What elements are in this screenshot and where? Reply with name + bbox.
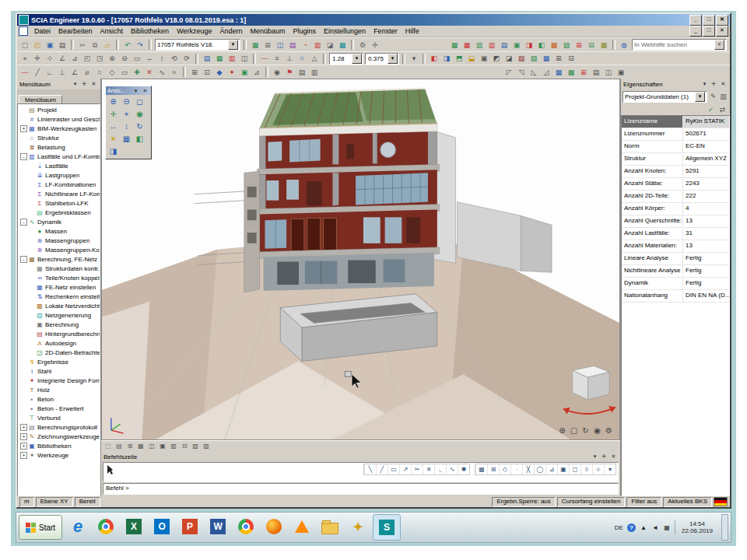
toolbar-icon[interactable]: ⊞ xyxy=(577,67,590,78)
tree-item-holz[interactable]: THolz xyxy=(18,385,100,394)
expand-plus-icon[interactable]: + xyxy=(20,452,27,459)
toolbar-icon[interactable]: ▥ xyxy=(486,40,498,51)
palette-icon[interactable]: ⊖ xyxy=(120,96,133,108)
snap-icon[interactable]: ◯ xyxy=(534,464,545,474)
panel-button[interactable]: ▾ xyxy=(71,80,79,88)
toolbar-icon[interactable]: ▭ xyxy=(118,67,131,78)
collapse-minus-icon[interactable]: - xyxy=(20,256,27,263)
toolbar-icon[interactable]: ⬓ xyxy=(465,53,478,64)
tree-item-werkzeuge[interactable]: +✦Werkzeuge xyxy=(18,450,100,460)
palette-icon[interactable]: ◉ xyxy=(133,108,146,121)
menu-item-ansicht[interactable]: Ansicht xyxy=(96,27,128,35)
toolbar-icon[interactable]: ▣ xyxy=(478,53,490,64)
toolbar-icon[interactable]: ⬒ xyxy=(453,53,465,64)
toolbar-icon[interactable]: ○ xyxy=(296,53,308,64)
mdi-control-button[interactable]: _ xyxy=(689,26,702,37)
property-grid[interactable]: LizenznameRyKin STATIKLizenznummer502671… xyxy=(621,115,730,496)
tree-item-nichtlineare-lf-komb-[interactable]: ΣNichtlineare LF-Komb... xyxy=(18,189,100,198)
palette-icon[interactable]: ◻ xyxy=(133,96,146,108)
webhelp-globe-icon[interactable]: ◍ xyxy=(618,40,630,51)
property-row[interactable]: Anzahl Körper:4 xyxy=(622,203,729,215)
snap-icon[interactable]: ▾ xyxy=(604,464,615,474)
toolbar-icon[interactable]: ▤ xyxy=(590,67,602,78)
mdi-control-button[interactable]: ✕ xyxy=(716,26,728,37)
firefox-icon[interactable] xyxy=(261,514,287,539)
toolbar-icon[interactable]: ≈ xyxy=(168,67,181,78)
window-control-button[interactable]: □ xyxy=(703,15,715,26)
view-strip-icon[interactable]: ◫ xyxy=(146,442,157,451)
panel-button[interactable]: ▾ xyxy=(700,80,709,88)
palette-icon[interactable]: ✛ xyxy=(107,108,120,121)
property-row[interactable]: LizenznameRyKin STATIK xyxy=(622,116,729,128)
toolbar-icon[interactable]: ▦ xyxy=(448,40,461,51)
toolbar-icon[interactable]: ◹ xyxy=(515,67,528,78)
expand-plus-icon[interactable]: + xyxy=(20,443,27,450)
tree-item-hintergrundberechn-[interactable]: ▤Hintergrundberechn... xyxy=(18,329,100,338)
tree-item-stahlbeton-lfk[interactable]: ΣStahlbeton-LFK xyxy=(18,198,100,208)
property-row[interactable]: NormEC-EN xyxy=(622,141,729,153)
modify-icon[interactable]: ╱ xyxy=(376,464,388,474)
menu-item-bibliotheken[interactable]: Bibliotheken xyxy=(127,27,173,35)
menu-item-bearbeiten[interactable]: Bearbeiten xyxy=(54,27,96,35)
toolbar-icon[interactable]: ▥ xyxy=(308,67,321,78)
paste-icon[interactable]: ▱ xyxy=(101,40,114,51)
spinner-icon[interactable]: ▼ xyxy=(352,54,362,64)
palette-icon[interactable]: ↕ xyxy=(120,121,133,133)
grid-icon[interactable]: ⊞ xyxy=(261,40,274,51)
view-strip-icon[interactable]: ▥ xyxy=(168,442,179,451)
scia-engineer-icon[interactable]: S xyxy=(373,514,401,541)
menu-item--ndern[interactable]: Ändern xyxy=(216,27,246,35)
scale-2-input[interactable]: 0.375▼ xyxy=(365,53,399,65)
toolbar-icon[interactable]: ◆ xyxy=(213,67,226,78)
tree-item-beton[interactable]: ▪Beton xyxy=(18,394,100,404)
toolbar-icon[interactable]: ↕ xyxy=(156,53,168,64)
snap-icon[interactable]: ◻ xyxy=(569,464,580,474)
toolbar-icon[interactable]: ⟳ xyxy=(181,53,193,64)
expand-plus-icon[interactable]: + xyxy=(20,125,27,132)
panel-button[interactable]: ▾ xyxy=(132,87,140,95)
panel-button[interactable]: ▾ xyxy=(591,453,599,460)
tree-item-ergebnisklassen[interactable]: ▤Ergebnisklassen xyxy=(18,208,100,217)
snap-icon[interactable]: ╳ xyxy=(522,464,534,474)
toolbar-icon[interactable]: ◉ xyxy=(271,67,283,78)
menu-item-einstellungen[interactable]: Einstellungen xyxy=(320,27,370,35)
panel-button[interactable]: ✛ xyxy=(600,453,608,460)
tree-item-berechnung-fe-netz[interactable]: -▦Berechnung, FE-Netz xyxy=(18,254,100,264)
toolbar-icon[interactable]: ○ xyxy=(93,67,106,78)
view-strip-icon[interactable]: ▤ xyxy=(114,442,124,451)
tree-item-fe-netz-einstellen[interactable]: ▦FE-Netz einstellen xyxy=(18,282,100,292)
view-strip-icon[interactable]: ▨ xyxy=(201,442,212,451)
panel-button[interactable]: ✛ xyxy=(80,80,89,88)
zoom-out-icon[interactable]: ⊖ xyxy=(118,53,131,64)
chrome-icon[interactable] xyxy=(233,514,259,539)
properties-action-icon[interactable]: ⇄ xyxy=(717,105,728,115)
toolbar-icon[interactable]: ▩ xyxy=(565,67,577,78)
property-row[interactable]: DynamikFertig xyxy=(622,278,729,290)
status-segment[interactable]: Aktuelles BKS xyxy=(663,497,712,507)
fit-view-icon[interactable]: ▢ xyxy=(568,425,580,436)
tree-item-berechnungsprotokoll[interactable]: +▤Berechnungsprotokoll xyxy=(18,422,100,432)
property-row[interactable]: Lizenznummer502671 xyxy=(622,128,729,141)
settings-icon[interactable]: ⚙ xyxy=(356,40,369,51)
snap-icon[interactable]: ◊ xyxy=(580,464,592,474)
view-strip-icon[interactable]: ⊟ xyxy=(179,442,190,451)
tree-item-ergebnisse[interactable]: ↯Ergebnisse xyxy=(18,357,100,366)
property-row[interactable]: Anzahl 2D-Teile:222 xyxy=(622,191,729,203)
status-segment[interactable]: Filter aus xyxy=(626,497,661,507)
modify-icon[interactable]: ◟ xyxy=(434,464,446,474)
internet-explorer-icon[interactable]: e xyxy=(65,514,91,539)
modify-icon[interactable]: ✱ xyxy=(458,464,469,474)
tree-item-teile-knoten-koppel-[interactable]: ∞Teile/Knoten koppel... xyxy=(18,273,100,282)
cut-icon[interactable]: ✂ xyxy=(76,40,89,51)
rows-icon[interactable]: ▥ xyxy=(311,40,324,51)
toolbar-icon[interactable]: ∿ xyxy=(156,67,168,78)
view-strip-icon[interactable]: ▧ xyxy=(190,442,201,451)
toolbar-icon[interactable]: ▭ xyxy=(131,53,143,64)
tree-item-integrierte-design-form-[interactable]: ✦Integrierte Design Form... xyxy=(18,376,100,385)
view-settings-icon[interactable]: ⚙ xyxy=(603,425,615,436)
tree-item-massen[interactable]: ●Massen xyxy=(18,226,100,236)
command-output[interactable]: ╲╱▭↗✂✕◟∿✱ ▦⊞◇∙╳◯⊿▣◻◊⊹▾ xyxy=(103,462,619,482)
view-strip-icon[interactable]: ▦ xyxy=(135,442,146,451)
toolbar-icon[interactable]: ◿ xyxy=(540,67,552,78)
center-view-icon[interactable]: ◉ xyxy=(591,425,603,436)
